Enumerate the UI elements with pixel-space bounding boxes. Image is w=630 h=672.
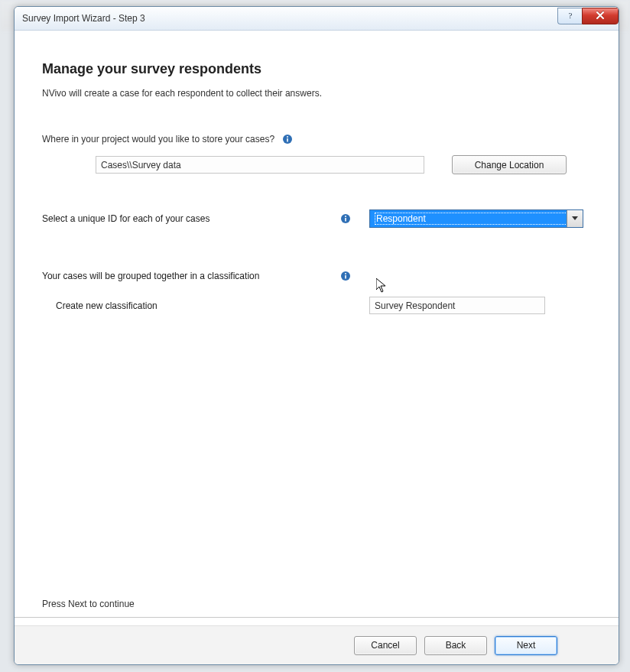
svg-rect-8 <box>345 275 346 279</box>
unique-id-row: Select a unique ID for each of your case… <box>42 209 591 228</box>
chevron-down-icon <box>567 210 583 227</box>
cases-path-field[interactable]: Cases\\Survey data <box>96 156 424 174</box>
cursor-icon <box>376 278 388 296</box>
svg-point-9 <box>345 273 346 274</box>
info-icon[interactable] <box>282 134 293 144</box>
svg-rect-5 <box>345 218 346 222</box>
change-location-button[interactable]: Change Location <box>452 155 567 174</box>
help-icon: ? <box>566 11 575 22</box>
page-title: Manage your survey respondents <box>42 61 591 77</box>
create-classification-label: Create new classification <box>56 300 369 311</box>
survey-import-wizard-dialog: Survey Import Wizard - Step 3 ? Manage y… <box>14 6 619 665</box>
window-title: Survey Import Wizard - Step 3 <box>22 13 557 24</box>
svg-rect-2 <box>287 138 288 142</box>
back-button[interactable]: Back <box>424 636 487 655</box>
classification-row: Your cases will be grouped together in a… <box>42 271 591 281</box>
info-icon[interactable] <box>340 213 351 224</box>
help-button[interactable]: ? <box>557 8 582 24</box>
close-icon <box>596 11 605 22</box>
unique-id-selected: Respondent <box>375 213 578 225</box>
store-location-question: Where in your project would you like to … <box>42 134 274 144</box>
page-subtitle: NVivo will create a case for each respon… <box>42 88 591 99</box>
create-classification-row: Create new classification Survey Respond… <box>56 297 591 314</box>
info-icon[interactable] <box>340 271 351 281</box>
svg-point-6 <box>345 216 346 217</box>
store-location-row: Cases\\Survey data Change Location <box>96 155 591 174</box>
store-location-question-row: Where in your project would you like to … <box>42 134 591 144</box>
unique-id-dropdown[interactable]: Respondent <box>369 209 583 228</box>
svg-text:?: ? <box>568 11 572 20</box>
titlebar: Survey Import Wizard - Step 3 ? <box>15 7 619 31</box>
dialog-footer: Cancel Back Next <box>15 625 619 664</box>
press-next-hint: Press Next to continue <box>15 599 619 618</box>
cancel-button[interactable]: Cancel <box>354 636 417 655</box>
next-button[interactable]: Next <box>495 636 557 655</box>
svg-point-3 <box>287 136 288 138</box>
close-button[interactable] <box>582 8 619 24</box>
new-classification-field[interactable]: Survey Respondent <box>369 297 545 314</box>
title-controls: ? <box>557 8 619 24</box>
unique-id-label: Select a unique ID for each of your case… <box>42 213 333 224</box>
spacer <box>42 337 591 599</box>
dialog-body: Manage your survey respondents NVivo wil… <box>15 31 619 625</box>
classification-group-label: Your cases will be grouped together in a… <box>42 271 333 281</box>
